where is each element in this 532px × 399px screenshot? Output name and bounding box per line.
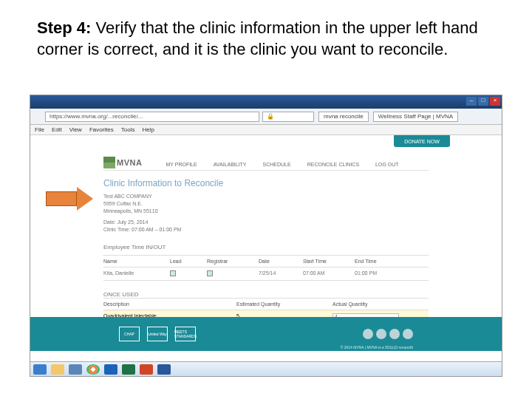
- once-table-head: Description Estimated Quantity Actual Qu…: [103, 298, 429, 310]
- logo-icon: [103, 157, 115, 168]
- clinic-time: Clinic Time: 07:00 AM – 01:00 PM: [103, 226, 429, 233]
- col-name: Name: [103, 259, 170, 264]
- nav-reconcile[interactable]: RECONCILE CLINICS: [307, 162, 359, 167]
- cell-date: 7/25/14: [259, 270, 303, 277]
- clinic-date: Date: July 25, 2014: [103, 219, 429, 226]
- facebook-icon[interactable]: [389, 329, 400, 339]
- registrar-checkbox[interactable]: [207, 270, 213, 276]
- menu-edit[interactable]: Edit: [52, 126, 62, 133]
- menu-tools[interactable]: Tools: [121, 126, 135, 133]
- maximize-button[interactable]: □: [478, 97, 488, 106]
- donate-button[interactable]: DONATE NOW: [394, 135, 450, 147]
- col-registrar: Registrar: [207, 259, 259, 264]
- clinic-address-1: 5959 Colfax N.E.: [103, 200, 429, 208]
- taskbar-powerpoint-icon[interactable]: [140, 364, 153, 375]
- cell-end: 01:00 PM: [355, 270, 399, 277]
- taskbar-chrome-icon[interactable]: [86, 364, 100, 375]
- taskbar-outlook-icon[interactable]: [104, 364, 117, 375]
- nav-logout[interactable]: LOG OUT: [375, 162, 399, 167]
- cell-start: 07:00 AM: [303, 270, 355, 277]
- partner-standards: MEETS STANDARDS: [175, 327, 196, 341]
- top-nav: MVNA MY PROFILE AVAILABILITY SCHEDULE RE…: [103, 149, 429, 171]
- browser-window: – □ × https://www.mvna.org/...reconcile/…: [30, 95, 502, 377]
- clinic-name: Test ABC COMPANY: [103, 193, 429, 200]
- address-bar[interactable]: https://www.mvna.org/...reconcile/...: [45, 112, 259, 122]
- col-lead: Lead: [170, 259, 207, 264]
- employee-header: Employee Time IN/OUT: [103, 244, 429, 250]
- step-heading: Step 4: Verify that the clinic informati…: [0, 0, 532, 67]
- lead-checkbox[interactable]: [170, 270, 176, 276]
- once-header: ONCE USED: [103, 291, 429, 298]
- logo-text: MVNA: [117, 158, 142, 167]
- clinic-address-2: Minneapolis, MN 55110: [103, 208, 429, 215]
- menu-favorites[interactable]: Favorites: [89, 126, 114, 133]
- tab-2[interactable]: Wellness Staff Page | MVNA: [373, 112, 458, 122]
- col-end: End Time: [355, 259, 399, 264]
- youtube-icon[interactable]: [376, 329, 386, 339]
- cell-registrar: [207, 270, 259, 277]
- copyright: © 2014 MVNA | MVNA is a 501(c)3 nonprofi…: [341, 345, 413, 349]
- step-text-body: Verify that the clinic information in th…: [37, 18, 478, 58]
- col-date: Date: [259, 259, 303, 264]
- nav-my-profile[interactable]: MY PROFILE: [166, 162, 197, 167]
- close-button[interactable]: ×: [490, 97, 500, 106]
- window-titlebar: – □ ×: [30, 95, 502, 109]
- cell-lead: [170, 270, 207, 277]
- section-title: Clinic Information to Reconcile: [103, 178, 429, 188]
- windows-taskbar: [30, 361, 502, 376]
- taskbar-explorer-icon[interactable]: [51, 364, 64, 375]
- taskbar-ie-icon[interactable]: [33, 364, 47, 375]
- cell-name: Kita, Danielle: [103, 270, 170, 277]
- nav-availability[interactable]: AVAILABILITY: [214, 162, 247, 167]
- search-box[interactable]: 🔒: [262, 112, 314, 122]
- browser-toolbar: https://www.mvna.org/...reconcile/... 🔒 …: [30, 109, 502, 125]
- linkedin-icon[interactable]: [363, 329, 373, 339]
- taskbar-excel-icon[interactable]: [122, 364, 135, 375]
- taskbar-word-icon[interactable]: [157, 364, 171, 375]
- col-est-qty: Estimated Quantity: [236, 301, 332, 307]
- menu-view[interactable]: View: [69, 126, 82, 133]
- menu-file[interactable]: File: [35, 126, 44, 133]
- page-body: DONATE NOW MVNA MY PROFILE AVAILABILITY …: [30, 135, 502, 351]
- browser-menubar: File Edit View Favorites Tools Help: [30, 125, 502, 135]
- callout-arrow: [46, 187, 98, 211]
- table-row: Kita, Danielle 7/25/14 07:00 AM 01:00 PM: [103, 267, 429, 281]
- partner-chap: CHAP: [119, 327, 140, 341]
- col-description: Description: [103, 301, 236, 307]
- partner-unitedway: United Way: [147, 327, 168, 341]
- logo[interactable]: MVNA: [103, 157, 142, 168]
- clinic-info: Test ABC COMPANY 5959 Colfax N.E. Minnea…: [103, 193, 429, 233]
- page-footer: CHAP United Way MEETS STANDARDS © 2014 M…: [30, 317, 502, 351]
- step-number: Step 4:: [37, 18, 91, 37]
- col-start: Start Time: [303, 259, 355, 264]
- social-icons: [363, 329, 413, 339]
- employee-table: Name Lead Registrar Date Start Time End …: [103, 255, 429, 281]
- menu-help[interactable]: Help: [142, 126, 154, 133]
- partner-logos: CHAP United Way MEETS STANDARDS: [119, 327, 196, 341]
- nav-schedule[interactable]: SCHEDULE: [263, 162, 291, 167]
- taskbar-app-icon[interactable]: [69, 364, 82, 375]
- col-act-qty: Actual Quantity: [332, 301, 429, 307]
- minimize-button[interactable]: –: [466, 97, 477, 106]
- tab-1[interactable]: mvna reconcile: [318, 112, 369, 122]
- twitter-icon[interactable]: [403, 329, 413, 339]
